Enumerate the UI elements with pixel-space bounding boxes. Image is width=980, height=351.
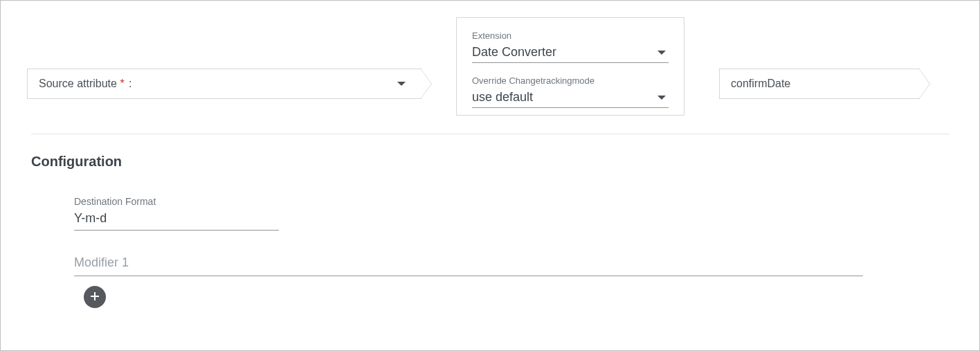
extension-value: Date Converter <box>472 45 556 60</box>
plus-icon <box>89 291 100 304</box>
extension-label: Extension <box>472 30 669 41</box>
source-attribute-select[interactable]: Source attribute * : <box>27 69 421 99</box>
configuration-heading: Configuration <box>31 154 949 170</box>
override-value: use default <box>472 90 533 105</box>
override-select[interactable]: use default <box>472 87 669 108</box>
source-attribute-label: Source attribute <box>39 78 117 89</box>
destination-format-input[interactable] <box>74 208 279 231</box>
extension-select[interactable]: Date Converter <box>472 42 669 63</box>
modifier-input[interactable] <box>74 253 863 276</box>
destination-attribute-box[interactable]: confirmDate <box>719 69 920 99</box>
divider <box>31 134 949 134</box>
chevron-down-icon <box>657 96 666 100</box>
chevron-down-icon <box>657 51 666 55</box>
chevron-down-icon <box>397 82 406 86</box>
required-asterisk: * <box>120 78 124 89</box>
extension-panel: Extension Date Converter Override Change… <box>456 17 684 116</box>
source-colon: : <box>129 78 131 89</box>
destination-value: confirmDate <box>731 78 790 90</box>
override-label: Override Changetrackingmode <box>472 75 669 86</box>
add-modifier-button[interactable] <box>84 286 106 308</box>
destination-format-label: Destination Format <box>74 196 949 207</box>
